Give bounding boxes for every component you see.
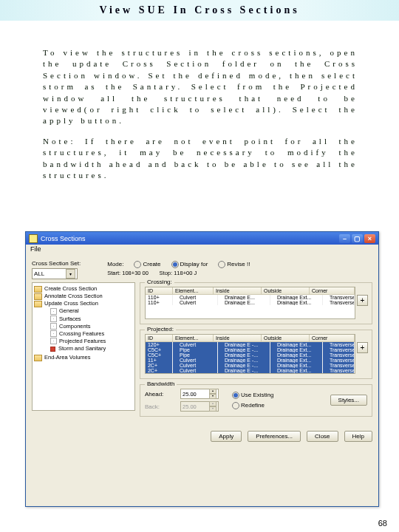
window-title: Cross Sections: [41, 235, 86, 242]
tree-end-area-volumes: End-Area Volumes: [34, 354, 133, 361]
crossing-table[interactable]: IDElement...InsideOutsideCorner 110+Culv…: [145, 287, 355, 319]
mode-row: Mode: Create Display for Revise !!: [107, 261, 372, 268]
page-title: View SUE In Cross Sections: [99, 4, 299, 16]
cross-section-set-label: Cross Section Set:: [32, 260, 81, 267]
close-button[interactable]: Close: [307, 431, 338, 442]
range-line: Start: 108+30 00 Stop: 118+00 J: [107, 270, 372, 276]
page-number: 68: [378, 519, 387, 528]
page-header-band: View SUE In Cross Sections: [0, 0, 399, 21]
file-menu[interactable]: File: [30, 245, 41, 253]
tree-crossing: ·Crossing Features: [50, 330, 133, 338]
table-row: 11+CulvertDrainage E -...Drainage Ext...…: [146, 358, 355, 363]
help-button[interactable]: Help: [344, 431, 372, 442]
use-existing-radio[interactable]: Use Existing: [232, 391, 273, 399]
chevron-down-icon: ▾: [66, 269, 75, 279]
mode-display-radio[interactable]: Display for: [171, 261, 208, 268]
crossing-legend: Crossing:: [145, 279, 174, 285]
tree-components: ·Components: [50, 323, 133, 330]
cross-sections-window: Cross Sections – ▢ × File Cross Section …: [25, 231, 379, 507]
crossing-group: Crossing: + IDElement...InsideOutsideCor…: [140, 282, 372, 324]
cross-section-set-value: ALL: [34, 270, 44, 277]
table-row: C5C+PipeDrainage E -...Drainage Ext...Tr…: [146, 347, 355, 352]
crossing-add-button[interactable]: +: [357, 295, 368, 306]
paragraph-1: To view the structures in the cross sect…: [43, 47, 358, 127]
projected-table[interactable]: IDElement...InsideOutsideCorner 120+Culv…: [145, 334, 355, 374]
menu-bar: File: [26, 245, 378, 257]
cross-section-set-select[interactable]: ALL ▾: [32, 268, 78, 279]
ahead-field[interactable]: 25.00▴▾: [180, 389, 219, 399]
projected-group: Projected: + IDElement...InsideOutsideCo…: [140, 330, 372, 379]
mode-create-radio[interactable]: Create: [134, 261, 160, 268]
redefine-radio[interactable]: Redefine: [232, 401, 273, 409]
tree-create-cross-section: Create Cross Section: [34, 285, 133, 293]
table-row: 110+CulvertDrainage E...Drainage Ext...T…: [146, 295, 355, 300]
dialog-buttons: Apply Preferences... Close Help: [26, 431, 372, 442]
tree-annotate-cross-section: Annotate Cross Section: [34, 293, 133, 300]
tree-projected: ·Projected Features: [50, 338, 133, 345]
apply-button[interactable]: Apply: [211, 431, 242, 442]
table-row: 2C+CulvertDrainage E -...Drainage Ext...…: [146, 363, 355, 368]
tree-update-cross-section: Update Cross Section: [34, 300, 133, 307]
close-window-button[interactable]: ×: [364, 234, 375, 243]
bandwidth-legend: Bandwidth: [145, 381, 177, 387]
app-icon: [29, 234, 38, 243]
table-row: C5C+PipeDrainage E -...Drainage Ext...Tr…: [146, 352, 355, 358]
mode-revise-radio[interactable]: Revise !!: [218, 261, 250, 268]
tree-storm-sanitary: Storm and Sanitary: [50, 345, 133, 352]
nav-tree[interactable]: Create Cross Section Annotate Cross Sect…: [32, 282, 135, 411]
projected-add-button[interactable]: +: [357, 342, 368, 353]
table-row: 120+CulvertDrainage E -...Drainage Ext..…: [146, 342, 355, 347]
tree-surfaces: ·Surfaces: [50, 316, 133, 323]
paragraph-2: Note: If there are not event point for a…: [43, 136, 358, 182]
table-row: 2C+CulvertDrainage E -...Drainage Ext...…: [146, 368, 355, 373]
minimize-button[interactable]: –: [339, 234, 350, 243]
body-text: To view the structures in the cross sect…: [43, 47, 358, 190]
back-field: 25.00▴▾: [180, 401, 219, 412]
table-row: 110+CulvertDrainage E...Drainage Ext...T…: [146, 300, 355, 305]
mode-label: Mode:: [107, 261, 123, 267]
styles-button[interactable]: Styles...: [330, 395, 367, 406]
tree-general: ·General: [50, 307, 133, 315]
projected-legend: Projected:: [145, 326, 176, 332]
maximize-button[interactable]: ▢: [352, 234, 363, 243]
title-bar[interactable]: Cross Sections – ▢ ×: [26, 232, 378, 245]
bandwidth-group: Bandwidth Ahead: 25.00▴▾ Back: 25.00▴▾ U…: [140, 384, 372, 417]
preferences-button[interactable]: Preferences...: [248, 431, 301, 442]
